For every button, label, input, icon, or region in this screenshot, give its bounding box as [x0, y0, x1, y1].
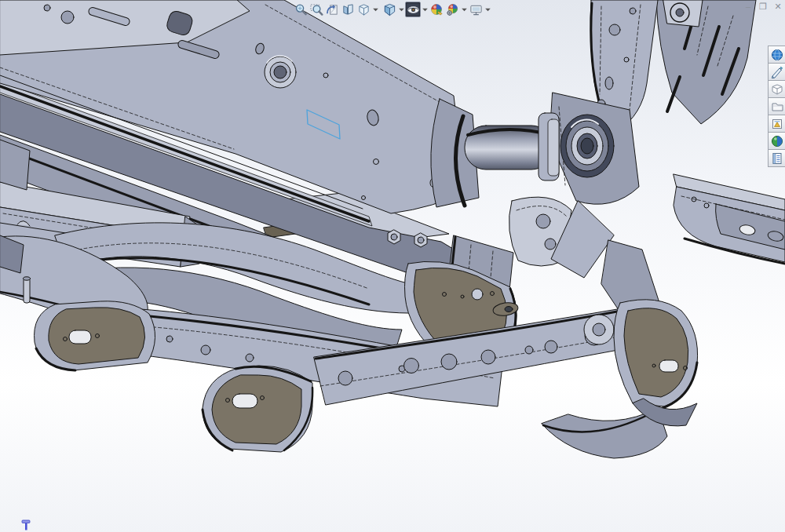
- document-icon: [771, 152, 783, 165]
- frame-bushing[interactable]: [550, 93, 639, 204]
- close-button[interactable]: ✕: [773, 2, 783, 11]
- view-orientation-button[interactable]: [356, 2, 371, 17]
- chevron-down-icon: [373, 8, 378, 12]
- document-window-controls: – ❐ ✕: [743, 2, 783, 11]
- view-settings-button[interactable]: [468, 2, 484, 17]
- minimize-button[interactable]: –: [743, 2, 753, 11]
- apply-scene-dropdown[interactable]: [460, 2, 468, 17]
- chevron-down-icon: [399, 8, 404, 12]
- shaded-cube-icon: [383, 3, 396, 16]
- apply-scene-button[interactable]: [444, 2, 460, 17]
- sphere-icon: [771, 135, 783, 148]
- tab-appearances-scenes[interactable]: [768, 132, 785, 150]
- edit-appearance-button[interactable]: [429, 2, 444, 17]
- section-view-button[interactable]: [340, 2, 356, 17]
- zoom-fit-icon: [294, 3, 308, 16]
- tab-custom-properties[interactable]: [768, 149, 785, 167]
- chevron-down-icon: [422, 8, 428, 12]
- cube-outline-icon: [771, 83, 783, 96]
- globe-icon: [771, 49, 783, 61]
- heads-up-view-toolbar: [293, 1, 491, 18]
- chevron-down-icon: [485, 8, 491, 12]
- chevron-down-icon: [462, 8, 467, 12]
- view-settings-dropdown[interactable]: [484, 2, 491, 17]
- tab-file-explorer[interactable]: [768, 97, 785, 115]
- view-orientation-dropdown[interactable]: [371, 2, 379, 17]
- right-frame-rail[interactable]: [674, 174, 785, 264]
- cad-application-window: – ❐ ✕: [0, 0, 785, 532]
- display-style-dropdown[interactable]: [397, 2, 405, 17]
- zoom-to-fit-button[interactable]: [293, 2, 309, 17]
- view-cube-icon: [357, 3, 371, 16]
- folder-icon: [771, 100, 783, 113]
- monitor-icon: [469, 3, 483, 16]
- task-pane-tabs: [768, 46, 785, 167]
- zoom-to-area-button[interactable]: [309, 2, 324, 17]
- restore-button[interactable]: ❐: [758, 2, 768, 11]
- section-view-icon: [341, 3, 355, 16]
- previous-view-icon: [326, 3, 339, 16]
- tan-plate-1: [49, 308, 145, 364]
- tab-resources[interactable]: [768, 46, 785, 64]
- eye-icon: [407, 3, 420, 16]
- palette-sheet-icon: [771, 118, 783, 130]
- previous-view-button[interactable]: [324, 2, 340, 17]
- 3d-viewport[interactable]: [0, 0, 785, 532]
- tab-view-palette[interactable]: [768, 115, 785, 133]
- appearance-sphere-icon: [430, 3, 444, 16]
- tab-design-library[interactable]: [768, 63, 785, 81]
- display-style-button[interactable]: [382, 2, 397, 17]
- origin-triad-icon: [21, 519, 32, 531]
- tab-toolbox[interactable]: [768, 80, 785, 98]
- scene-sphere-icon: [446, 3, 459, 16]
- hide-show-items-button[interactable]: [405, 2, 421, 17]
- tan-plate-2: [212, 375, 301, 444]
- pencil-icon: [771, 66, 783, 78]
- hide-show-items-dropdown[interactable]: [421, 2, 429, 17]
- zoom-area-icon: [310, 3, 323, 16]
